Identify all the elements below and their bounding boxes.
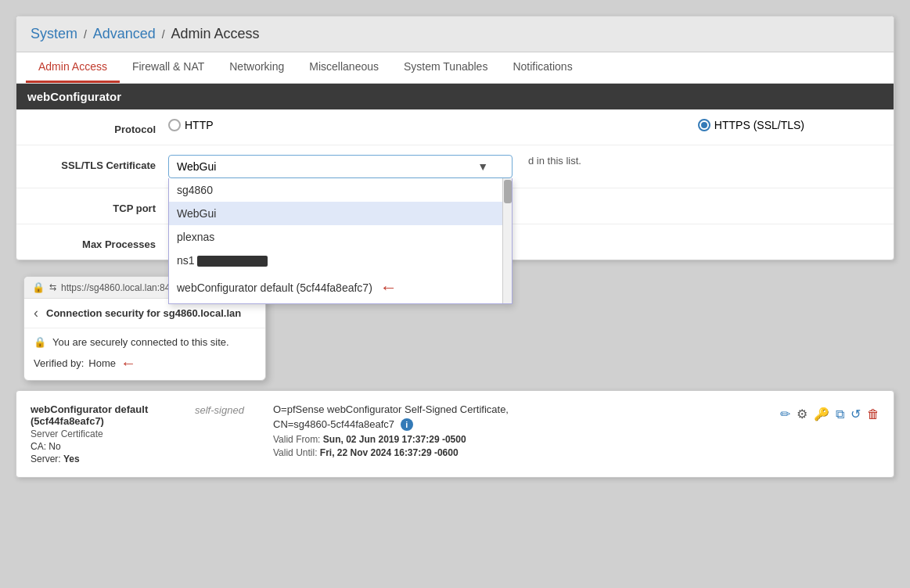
protocol-row: Protocol HTTP HTTPS (SSL/TLS) — [16, 109, 894, 145]
cert-server-value: Yes — [63, 454, 80, 464]
ns1-redacted-value — [197, 256, 268, 267]
cert-ca-label: CA: — [31, 441, 46, 452]
section-title: webConfigurator — [27, 90, 121, 103]
http-label: HTTP — [185, 119, 214, 131]
breadcrumb-system[interactable]: System — [31, 26, 77, 41]
section-header: webConfigurator — [16, 84, 894, 109]
ssl-cert-row: SSL/TLS Certificate WebGui ▼ sg4860 WebG… — [16, 145, 894, 188]
cert-col-details: O=pfSense webConfigurator Self-Signed Ce… — [273, 403, 780, 458]
protocol-https-option[interactable]: HTTPS (SSL/TLS) — [698, 119, 804, 131]
cert-valid-from: Valid From: Sun, 02 Jun 2019 17:37:29 -0… — [273, 434, 780, 445]
lock-icon: 🔒 — [32, 281, 45, 293]
lock-icon-2: ⇆ — [49, 282, 56, 292]
dropdown-list: sg4860 WebGui plexnas ns1 webConfigurato… — [168, 178, 513, 304]
scrollbar[interactable] — [502, 178, 512, 303]
ssl-cert-dropdown[interactable]: WebGui ▼ — [168, 155, 513, 178]
chevron-down-icon: ▼ — [477, 160, 488, 173]
copy-icon[interactable]: ⧉ — [836, 407, 844, 421]
verified-arrow-icon: ← — [120, 354, 136, 372]
tab-notifications[interactable]: Notifications — [500, 52, 584, 83]
popup-verified: Verified by: Home ← — [34, 354, 256, 372]
popup-secure-text: You are securely connected to this site. — [52, 336, 229, 348]
info-icon[interactable]: i — [401, 418, 413, 431]
webconfigurator-default-label: webConfigurator default (5cf44fa8eafc7) — [177, 281, 372, 294]
cert-type: Server Certificate — [31, 428, 195, 439]
valid-until-value: Fri, 22 Nov 2024 16:37:29 -0600 — [320, 447, 459, 458]
cert-server-label: Server: — [31, 454, 61, 464]
valid-from-value: Sun, 02 Jun 2019 17:37:29 -0500 — [323, 434, 466, 445]
cert-cn-text: O=pfSense webConfigurator Self-Signed Ce… — [273, 403, 509, 415]
cert-panel: webConfigurator default (5cf44fa8eafc7) … — [16, 390, 894, 478]
valid-from-label: Valid From: — [273, 434, 320, 445]
key-icon[interactable]: 🔑 — [814, 407, 829, 421]
breadcrumb-current: Admin Access — [171, 26, 259, 41]
back-button[interactable]: ‹ — [34, 305, 38, 321]
scrollbar-thumb — [504, 180, 512, 203]
cert-server: Server: Yes — [31, 454, 195, 464]
max-processes-label: Max Processes — [27, 234, 168, 250]
radio-https[interactable] — [698, 119, 710, 131]
ssl-hint: d in this list. — [528, 155, 581, 167]
cert-ca: CA: No — [31, 441, 195, 452]
cert-name: webConfigurator default — [31, 403, 195, 415]
cert-cn2: CN=sg4860-5cf44fa8eafc7 i — [273, 418, 780, 431]
verified-label: Verified by: — [34, 357, 84, 369]
protocol-content: HTTP HTTPS (SSL/TLS) — [168, 119, 883, 131]
cert-valid-until: Valid Until: Fri, 22 Nov 2024 16:37:29 -… — [273, 447, 780, 458]
ns1-text: ns1 — [177, 254, 195, 267]
delete-icon[interactable]: 🗑 — [867, 407, 879, 421]
tab-system-tunables[interactable]: System Tunables — [391, 52, 500, 83]
ssl-cert-dropdown-wrapper: WebGui ▼ sg4860 WebGui plexnas ns1 webCo… — [168, 155, 513, 178]
ssl-cert-label: SSL/TLS Certificate — [27, 155, 168, 171]
tab-admin-access[interactable]: Admin Access — [26, 52, 120, 83]
cert-col-name: webConfigurator default (5cf44fa8eafc7) … — [31, 403, 195, 464]
main-panel: System / Advanced / Admin Access Admin A… — [16, 16, 894, 260]
popup-secure-row: 🔒 You are securely connected to this sit… — [34, 336, 256, 348]
refresh-icon[interactable]: ↺ — [851, 407, 861, 421]
dropdown-selected-value: WebGui — [177, 160, 216, 173]
breadcrumb: System / Advanced / Admin Access — [16, 16, 894, 52]
tabs-bar: Admin Access Firewall & NAT Networking M… — [16, 52, 894, 84]
tab-networking[interactable]: Networking — [217, 52, 297, 83]
dropdown-item-plexnas[interactable]: plexnas — [169, 225, 512, 249]
cert-col-actions: ✏ ⚙ 🔑 ⧉ ↺ 🗑 — [780, 403, 879, 421]
verified-value: Home — [88, 357, 116, 369]
protocol-label: Protocol — [27, 119, 168, 135]
radio-http[interactable] — [168, 119, 181, 131]
tab-miscellaneous[interactable]: Miscellaneous — [297, 52, 391, 83]
cert-cn: O=pfSense webConfigurator Self-Signed Ce… — [273, 403, 780, 415]
gear-icon[interactable]: ⚙ — [797, 407, 807, 421]
self-signed-badge: self-signed — [195, 404, 244, 416]
dropdown-item-webgui[interactable]: WebGui — [169, 202, 512, 225]
tcp-port-label: TCP port — [27, 198, 168, 214]
dropdown-item-ns1[interactable]: ns1 — [169, 249, 512, 272]
dropdown-item-webconfigurator-default[interactable]: webConfigurator default (5cf44fa8eafc7) … — [169, 272, 512, 303]
edit-icon[interactable]: ✏ — [780, 407, 790, 421]
breadcrumb-advanced[interactable]: Advanced — [93, 26, 156, 41]
cert-id: (5cf44fa8eafc7) — [31, 415, 195, 427]
protocol-http-option[interactable]: HTTP — [168, 119, 214, 131]
arrow-icon: ← — [380, 278, 397, 298]
cert-col-badge: self-signed — [195, 403, 273, 416]
ssl-cert-content: WebGui ▼ sg4860 WebGui plexnas ns1 webCo… — [168, 155, 883, 178]
popup-title: Connection security for sg4860.local.lan — [46, 307, 241, 319]
tab-firewall-nat[interactable]: Firewall & NAT — [120, 52, 217, 83]
popup-lock-icon: 🔒 — [34, 336, 46, 348]
cert-ca-value: No — [49, 441, 60, 452]
cert-cn2-text: CN=sg4860-5cf44fa8eafc7 — [273, 418, 394, 430]
https-label: HTTPS (SSL/TLS) — [714, 119, 804, 131]
valid-until-label: Valid Until: — [273, 447, 317, 458]
dropdown-item-sg4860[interactable]: sg4860 — [169, 178, 512, 202]
popup-body: 🔒 You are securely connected to this sit… — [24, 328, 265, 380]
